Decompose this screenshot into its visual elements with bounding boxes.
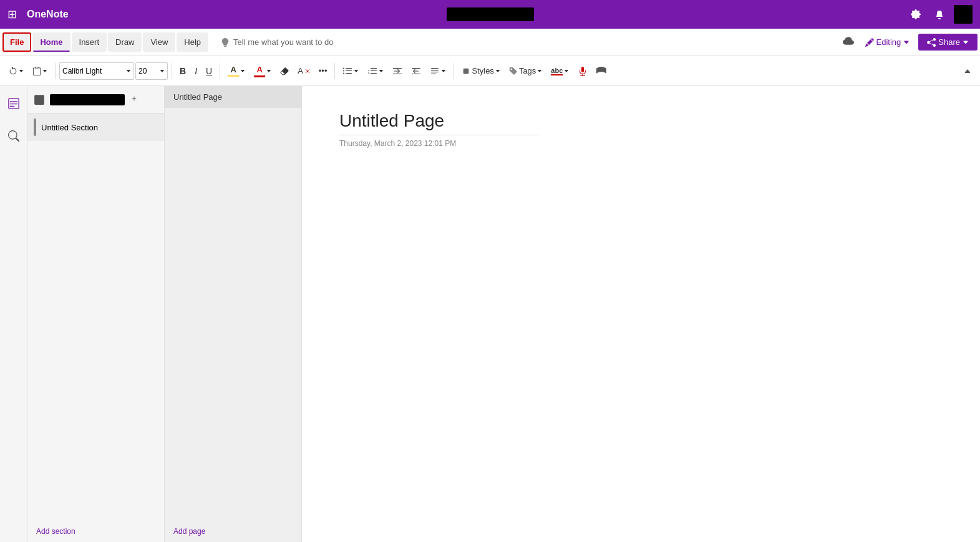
- add-page-link[interactable]: Add page: [165, 521, 301, 542]
- collapse-button[interactable]: [960, 65, 975, 77]
- sections-panel: Untitled Section Add section: [27, 86, 165, 542]
- styles-button[interactable]: Styles: [458, 64, 503, 78]
- font-color-inner: A: [254, 65, 265, 77]
- separator-3: [220, 63, 220, 79]
- underline-button[interactable]: U: [202, 64, 216, 79]
- page-datetime: Thursday, March 2, 2023 12:01 PM: [339, 139, 943, 148]
- home-menu[interactable]: Home: [32, 32, 70, 52]
- separator-1: [55, 63, 56, 79]
- styles-label: Styles: [472, 66, 493, 75]
- tags-label: Tags: [519, 66, 536, 75]
- waffle-icon[interactable]: ⊞: [7, 7, 17, 21]
- file-menu[interactable]: File: [2, 32, 31, 52]
- editing-button[interactable]: Editing: [860, 35, 915, 49]
- tell-me-text: Tell me what you want to do: [233, 37, 333, 47]
- highlight-color-bar: [228, 75, 239, 77]
- menu-bar: File Home Insert Draw View Help Tell me …: [0, 29, 980, 56]
- bold-button[interactable]: B: [176, 64, 190, 79]
- undo-button[interactable]: [5, 64, 27, 78]
- eraser-button[interactable]: [276, 64, 293, 78]
- editing-label: Editing: [876, 37, 901, 47]
- bullet-list-button[interactable]: [339, 64, 362, 79]
- section-label: Untitled Section: [41, 123, 98, 132]
- notebook-name-bar: [50, 94, 125, 105]
- clipboard-button[interactable]: [29, 64, 51, 78]
- spelling-button[interactable]: abc: [547, 64, 573, 78]
- search-icon-button[interactable]: [2, 125, 25, 147]
- cloud-save-icon[interactable]: [840, 33, 856, 52]
- section-tab-color: [34, 119, 36, 136]
- spelling-icon: abc: [551, 67, 563, 75]
- title-center-bar: [447, 7, 534, 21]
- add-section-link[interactable]: Add section: [27, 521, 164, 542]
- share-button[interactable]: Share: [918, 34, 978, 51]
- alignment-button[interactable]: [426, 64, 450, 79]
- notebook-icon: [34, 94, 45, 105]
- dictate-button[interactable]: [574, 64, 591, 79]
- menu-right: Editing Share: [840, 33, 978, 52]
- separator-5: [454, 63, 454, 79]
- highlight-inner: A: [228, 65, 239, 77]
- section-item[interactable]: Untitled Section: [27, 114, 164, 141]
- font-color-button[interactable]: A: [250, 62, 275, 80]
- add-section-icon-button[interactable]: [130, 94, 138, 105]
- notifications-icon[interactable]: [930, 5, 949, 24]
- content-area[interactable]: Untitled Page Thursday, March 2, 2023 12…: [302, 86, 980, 542]
- tags-button[interactable]: Tags: [505, 64, 546, 78]
- insert-menu[interactable]: Insert: [72, 32, 107, 52]
- icon-sidebar: [0, 86, 27, 542]
- share-chevron-icon: [963, 39, 969, 46]
- pencil-icon: [865, 38, 874, 47]
- highlight-color-button[interactable]: A: [224, 62, 249, 79]
- share-icon: [927, 38, 936, 47]
- font-family-select[interactable]: Calibri Light: [59, 62, 134, 80]
- increase-indent-button[interactable]: [407, 64, 425, 79]
- number-list-button[interactable]: [364, 64, 387, 79]
- share-label: Share: [938, 37, 960, 47]
- font-color-bar: [254, 75, 265, 77]
- separator-4: [334, 63, 335, 79]
- toolbar: Calibri Light 20 B I U A A A •••: [0, 56, 980, 86]
- editing-chevron-icon: [903, 39, 910, 46]
- font-size-value: 20: [138, 67, 147, 75]
- title-bar-icons: [906, 5, 973, 24]
- immersive-reader-button[interactable]: [593, 64, 610, 79]
- font-size-select[interactable]: 20: [135, 62, 168, 80]
- search-tell-me[interactable]: Tell me what you want to do: [216, 35, 338, 49]
- user-avatar[interactable]: [954, 5, 973, 24]
- font-color-icon: A: [256, 65, 262, 74]
- italic-button[interactable]: I: [191, 64, 201, 79]
- highlight-icon: A: [230, 65, 236, 74]
- notebook-header: [27, 86, 164, 114]
- help-menu[interactable]: Help: [177, 32, 208, 52]
- page-title: Untitled Page: [339, 111, 539, 135]
- decrease-indent-button[interactable]: [389, 64, 406, 79]
- title-bar: ⊞ OneNote: [0, 0, 980, 29]
- font-family-value: Calibri Light: [62, 67, 102, 75]
- main-layout: Untitled Section Add section Untitled Pa…: [0, 86, 980, 542]
- page-item[interactable]: Untitled Page: [165, 86, 301, 108]
- clear-format-button[interactable]: A: [294, 64, 314, 78]
- draw-menu[interactable]: Draw: [108, 32, 142, 52]
- clear-format-icon: A: [298, 66, 303, 75]
- settings-icon[interactable]: [906, 5, 925, 24]
- lightbulb-icon: [221, 38, 230, 47]
- separator-2: [172, 63, 172, 79]
- view-menu[interactable]: View: [143, 32, 175, 52]
- more-button[interactable]: •••: [315, 64, 331, 78]
- pages-panel: Untitled Page Add page: [165, 86, 302, 542]
- notebooks-icon-button[interactable]: [2, 92, 25, 115]
